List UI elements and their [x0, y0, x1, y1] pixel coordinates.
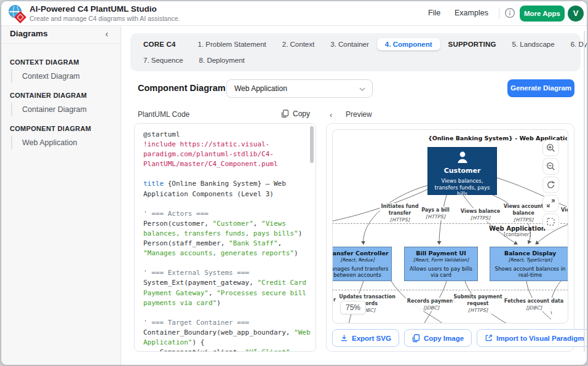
diagram-select-value: Web Application [234, 84, 287, 93]
person-desc: Views balances, transfers funds, pays bi… [428, 178, 496, 197]
sidebar-item-context-diagram[interactable]: Context Diagram [11, 70, 121, 83]
code-line: System_Ext(payment_gateway, "Credit Card… [143, 278, 312, 308]
tab-group-core-c4: CORE C4 [135, 38, 184, 50]
sidebar-header: Diagrams ‹ [1, 26, 121, 44]
screen: AI-Powered C4 PlantUML Studio Create and… [0, 0, 588, 366]
expand-button[interactable] [542, 195, 559, 212]
sidebar-section-context-diagram: CONTEXT DIAGRAM [10, 58, 121, 66]
app-title: AI-Powered C4 PlantUML Studio [30, 4, 157, 14]
person-name: Customer [428, 167, 496, 175]
tab-group-supporting: SUPPORTING [440, 38, 504, 50]
diagram-canvas[interactable]: {Online Banking System} - Web Applicatio… [332, 129, 568, 324]
visual-paradigm-logo-icon [9, 5, 25, 22]
menu-examples[interactable]: Examples [455, 9, 488, 17]
copy-image-button[interactable]: Copy Image [404, 329, 472, 347]
code-panel-label: PlantUML Code [138, 110, 189, 119]
code-line: Container_Boundary(web_app_boundary, "We… [143, 328, 312, 348]
plantuml-code-panel[interactable]: @startuml!include https://static.visual-… [134, 123, 316, 352]
code-line: Person(staff_member, "Bank Staff", "Mana… [143, 239, 312, 258]
info-icon[interactable] [504, 7, 515, 18]
app-header: AI-Powered C4 PlantUML Studio Create and… [1, 1, 587, 26]
zoom-controls [542, 140, 559, 232]
tab-7-sequence[interactable]: 7. Sequence [135, 54, 191, 66]
code-line: ' === Actors === [143, 209, 312, 219]
header-divider [499, 8, 499, 18]
fit-view-icon [546, 217, 555, 226]
relationship-label: Records payment[JDBC] [406, 298, 456, 311]
zoom-level-badge: 75% [340, 301, 366, 314]
relationship-label: Submits paymentrequest[HTTPS] [452, 293, 503, 314]
copy-icon [412, 334, 420, 343]
copy-code-button[interactable]: Copy [281, 109, 310, 118]
relationship-label: Fetches account data[JDBC] [503, 298, 565, 311]
sidebar-item-container-diagram[interactable]: Container Diagram [11, 103, 121, 116]
sidebar-section-container-diagram: CONTAINER DIAGRAM [10, 92, 121, 99]
zoom-in-button[interactable] [542, 140, 559, 156]
page-scrollbar[interactable] [584, 31, 585, 352]
preview-collapse-icon[interactable]: ‹ [330, 110, 332, 119]
sidebar-item-web-application[interactable]: Web Application [11, 136, 121, 149]
code-scrollbar[interactable] [310, 126, 314, 163]
sidebar-section-component-diagram: COMPONENT DIAGRAM [10, 125, 121, 132]
code-line [143, 169, 312, 179]
code-line [143, 308, 312, 318]
component-node-bill-payment-ui: Bill Payment UI[React, Form Validation]A… [404, 247, 478, 281]
component-node-balance-display: Balance Display[React, TypeScript]Shows … [490, 247, 568, 281]
person-icon [456, 151, 469, 163]
reset-view-button[interactable] [542, 177, 559, 193]
import-label: Import to Visual Paradigm [496, 335, 584, 342]
diagram-select[interactable]: Web Application [226, 79, 373, 98]
code-line: Person(customer, "Customer", "Views bala… [143, 219, 312, 239]
export-svg-label: Export SVG [352, 335, 391, 342]
user-avatar[interactable]: V [568, 6, 584, 22]
code-line: title {Online Banking System} – Web Appl… [143, 179, 312, 199]
app-subtitle: Create and manage C4 diagrams with AI as… [30, 15, 180, 22]
relationship-label: Views balance[HTTPS] [459, 208, 501, 221]
boundary-name: Web Application [489, 225, 546, 232]
zoom-in-icon [546, 143, 555, 153]
code-line: !include https://static.visual-paradigm.… [143, 140, 312, 169]
tab-1-problem-statement[interactable]: 1. Problem Statement [190, 38, 274, 50]
sidebar-collapse-icon[interactable]: ‹ [105, 29, 108, 39]
expand-icon [546, 199, 555, 208]
code-line: Component(ui_client, "UI Client", "React… [143, 348, 312, 351]
fit-view-button[interactable] [542, 213, 559, 230]
relationship-label: Pays a bill[HTTPS] [420, 207, 451, 220]
tab-5-landscape[interactable]: 5. Landscape [504, 38, 563, 50]
relationship-label: r [332, 296, 337, 303]
zoom-out-icon [546, 162, 555, 171]
download-icon [340, 334, 348, 342]
export-svg-button[interactable]: Export SVG [332, 329, 399, 347]
tab-4-component[interactable]: 4. Component [377, 38, 440, 50]
tab-8-deployment[interactable]: 8. Deployment [191, 54, 253, 66]
external-link-icon [485, 334, 493, 342]
tab-row: CORE C41. Problem Statement2. Context3. … [135, 36, 576, 52]
generate-diagram-button[interactable]: Generate Diagram [507, 79, 574, 97]
tab-2-context[interactable]: 2. Context [274, 38, 322, 50]
code-line: ' === External Systems === [143, 268, 312, 278]
chevron-down-icon [359, 87, 365, 91]
import-to-visual-paradigm-button[interactable]: Import to Visual Paradigm [477, 329, 587, 347]
component-node-transfer-controller: Transfer Controller[React, Redux]Manages… [332, 247, 392, 281]
code-content: @startuml!include https://static.visual-… [135, 124, 316, 351]
sidebar: Diagrams ‹ CONTEXT DIAGRAMContext Diagra… [1, 26, 121, 365]
menu-file[interactable]: File [428, 9, 440, 17]
app-window: AI-Powered C4 PlantUML Studio Create and… [1, 1, 587, 365]
zoom-out-button[interactable] [542, 158, 559, 175]
tab-row: 7. Sequence8. Deployment [135, 52, 576, 68]
relationship-label: Initiates fundtransfer[HTTPS] [380, 203, 420, 223]
sidebar-title: Diagrams [10, 29, 48, 38]
copy-label: Copy [293, 109, 310, 118]
preview-panel-label: Preview [346, 110, 372, 119]
copy-icon [281, 109, 289, 118]
page-title: Component Diagram [138, 83, 226, 93]
more-apps-button[interactable]: More Apps [520, 6, 565, 22]
code-line [143, 258, 312, 268]
code-line: ' === Target Container === [143, 318, 312, 328]
reset-icon [546, 180, 555, 189]
preview-panel: {Online Banking System} - Web Applicatio… [326, 123, 574, 352]
tab-3-container[interactable]: 3. Container [322, 38, 377, 50]
person-node-customer: Customer Views balances, transfers funds… [427, 147, 497, 195]
preview-actions: Export SVG Copy Image Import to Visual P… [332, 329, 587, 347]
tab-bar: CORE C41. Problem Statement2. Context3. … [130, 33, 581, 71]
